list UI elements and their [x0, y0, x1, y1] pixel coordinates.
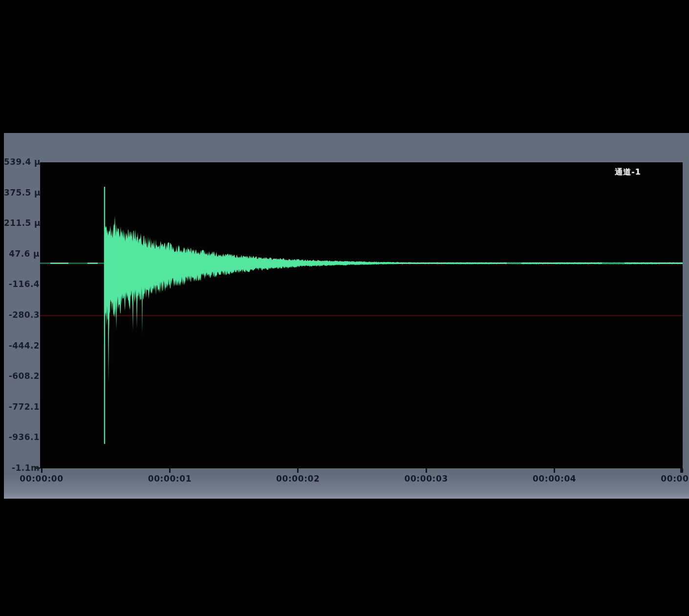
- y-tick-label: 47.6 μ: [4, 249, 40, 260]
- tail-dim-segment: [602, 263, 624, 264]
- y-tick-label: -772.1: [4, 402, 40, 413]
- y-tick-label: 539.4 μ: [4, 157, 40, 168]
- y-tick-label: -280.3: [4, 310, 40, 321]
- x-tick-mark: [554, 468, 555, 473]
- y-tick-label: -1.1m: [4, 463, 40, 474]
- waveform-svg[interactable]: [40, 162, 683, 468]
- waveform-envelope: [105, 216, 683, 384]
- x-tick-mark: [169, 468, 171, 473]
- x-tick-label: 00:00:03: [392, 474, 460, 484]
- transient-spike: [104, 187, 105, 444]
- x-tick-label: 00:00:05: [648, 474, 689, 484]
- y-tick-label: -444.2: [4, 341, 40, 352]
- waveform-panel: 539.4 μ375.5 μ211.5 μ47.6 μ-116.4-280.3-…: [4, 133, 689, 499]
- y-tick-label: -608.2: [4, 371, 40, 382]
- channel-label: 通道-1: [615, 167, 641, 178]
- x-tick-label: 00:00:00: [7, 474, 76, 484]
- x-tick-label: 00:00:02: [264, 474, 332, 484]
- y-tick-label: 375.5 μ: [4, 188, 40, 198]
- x-tick-label: 00:00:04: [520, 474, 589, 484]
- y-tick-label: 211.5 μ: [4, 218, 40, 229]
- waveform-plot[interactable]: 通道-1: [40, 162, 683, 468]
- x-tick-label: 00:00:01: [135, 474, 204, 484]
- y-axis-corner-tick: [36, 467, 40, 469]
- audio-editor-frame: { "window": { "bg": "#000000" }, "panel"…: [0, 0, 689, 616]
- x-tick-mark: [297, 468, 299, 473]
- x-tick-mark: [41, 468, 43, 473]
- y-tick-label: -936.1: [4, 432, 40, 443]
- tail-dim-segment: [507, 263, 521, 264]
- y-tick-label: -116.4: [4, 279, 40, 290]
- x-tick-mark: [680, 468, 683, 473]
- x-tick-mark: [426, 468, 427, 473]
